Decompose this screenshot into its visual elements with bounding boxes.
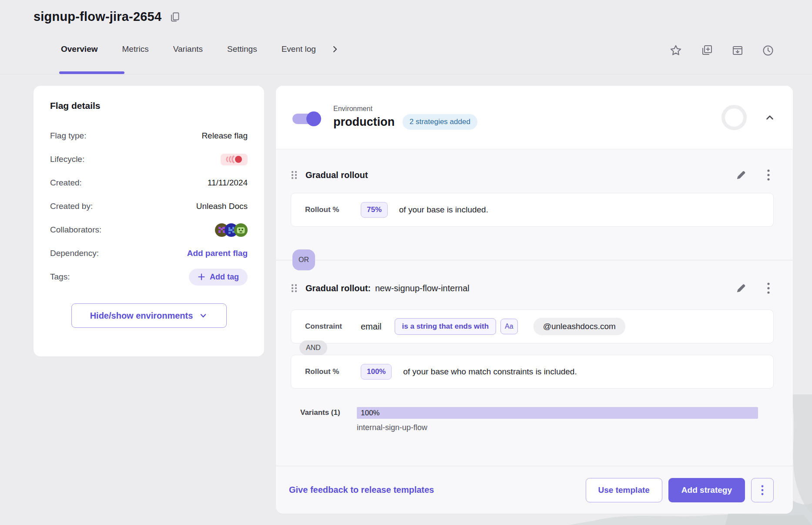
release-templates-feedback-link[interactable]: Give feedback to release templates (289, 485, 434, 495)
and-connector-chip: AND (299, 340, 327, 355)
strategy-separator: OR (291, 227, 774, 278)
created-row: Created: 11/11/2024 (50, 171, 248, 195)
dependency-label: Dependency: (50, 249, 99, 258)
rollout-percentage-chip: 100% (361, 364, 392, 380)
strategies-list: Gradual rollout Rollout % (276, 165, 793, 432)
tab-event-log[interactable]: Event log (269, 37, 328, 61)
active-tab-indicator (59, 71, 124, 74)
constraint-box: Constraint email is a string that ends w… (291, 310, 774, 343)
constraint-label: Constraint (305, 322, 361, 331)
kebab-menu-icon (761, 485, 764, 496)
strategy-1-title: Gradual rollout (305, 170, 368, 180)
history-button[interactable] (762, 44, 775, 57)
strategy-1-rollout-box: Rollout % 75% of your base is included. (291, 193, 774, 227)
metrics-ring (721, 105, 747, 130)
drag-handle-icon[interactable] (291, 283, 298, 293)
created-by-label: Created by: (50, 202, 93, 211)
variants-section: Variants (1) 100% internal-sign-up-flow (291, 407, 774, 432)
pencil-icon (735, 169, 747, 181)
variant-name: internal-sign-up-flow (357, 423, 758, 432)
strategy-2-rollout-box: Rollout % 100% of your base who match co… (291, 355, 774, 389)
footer-menu-button[interactable] (751, 478, 774, 502)
edit-strategy-2-button[interactable] (735, 283, 747, 294)
lifecycle-label: Lifecycle: (50, 155, 84, 164)
strategy-2-menu-button[interactable] (767, 282, 770, 295)
strategy-2-header: Gradual rollout: new-signup-flow-interna… (291, 278, 774, 298)
toggle-knob (306, 111, 321, 126)
edit-strategy-1-button[interactable] (735, 169, 747, 181)
archive-icon (731, 44, 744, 57)
star-icon (669, 44, 682, 57)
tab-overview[interactable]: Overview (49, 37, 110, 61)
tags-label: Tags: (50, 272, 70, 282)
flag-details-panel: Flag details Flag type: Release flag Lif… (34, 86, 264, 357)
drag-handle-icon[interactable] (291, 170, 298, 180)
collaborator-avatars (215, 223, 248, 237)
created-by-row: Created by: Unleash Docs (50, 195, 248, 218)
archive-button[interactable] (731, 44, 744, 57)
constraint-field: email (361, 322, 382, 332)
favorite-button[interactable] (669, 44, 682, 57)
add-strategy-button[interactable]: Add strategy (668, 478, 745, 502)
flag-overview-page: signup-flow-jira-2654 Overview Metrics V… (0, 0, 812, 525)
constraint-operator-chip: is a string that ends with (395, 318, 496, 335)
separator-line (276, 260, 793, 260)
created-label: Created: (50, 178, 82, 188)
rollout-percentage-chip: 75% (361, 202, 388, 218)
copy-icon (169, 11, 181, 23)
flag-type-row: Flag type: Release flag (50, 124, 248, 148)
hide-show-environments-label: Hide/show environments (90, 311, 193, 321)
use-template-button[interactable]: Use template (586, 478, 662, 502)
environment-label: Environment (333, 105, 477, 113)
tabs-overflow-button[interactable] (331, 45, 339, 54)
dependency-row: Dependency: Add parent flag (50, 242, 248, 265)
kebab-menu-icon (767, 282, 770, 295)
flag-details-rows: Flag type: Release flag Lifecycle: Creat… (50, 124, 248, 289)
strategy-1-menu-button[interactable] (767, 168, 770, 182)
avatar (234, 223, 248, 237)
tab-variants[interactable]: Variants (161, 37, 215, 61)
tags-row: Tags: Add tag (50, 265, 248, 289)
copy-name-button[interactable] (169, 11, 181, 23)
or-connector-chip: OR (292, 249, 315, 270)
environment-header: Environment production 2 strategies adde… (276, 86, 793, 149)
copy-plus-icon (700, 44, 714, 57)
environment-toggle[interactable] (292, 114, 320, 124)
tab-metrics[interactable]: Metrics (110, 37, 161, 61)
variant-percentage: 100% (357, 409, 379, 417)
add-tag-label: Add tag (210, 273, 239, 282)
rollout-label: Rollout % (305, 367, 361, 376)
copy-flag-button[interactable] (700, 44, 714, 57)
chevron-down-icon (199, 311, 208, 320)
collapse-environment-button[interactable] (764, 112, 775, 123)
flag-actions (669, 44, 775, 57)
tabs-divider (0, 74, 812, 74)
environment-footer: Give feedback to release templates Use t… (276, 466, 793, 514)
constraint-value-pill: @unleashdocs.com (534, 318, 625, 335)
strategy-2-name: new-signup-flow-internal (375, 283, 470, 293)
rollout-label: Rollout % (305, 205, 361, 214)
case-sensitive-chip: Aa (500, 319, 518, 334)
page-title: signup-flow-jira-2654 (34, 10, 161, 24)
pencil-icon (735, 283, 747, 294)
lifecycle-stage-badge[interactable] (221, 154, 248, 165)
completed-lifecycle-icon (224, 155, 244, 164)
collaborators-row: Collaborators: (50, 218, 248, 242)
flag-tabs: Overview Metrics Variants Settings Event… (49, 37, 339, 61)
strategies-count-badge: 2 strategies added (403, 114, 477, 130)
kebab-menu-icon (767, 168, 770, 182)
clock-icon (762, 44, 775, 57)
lifecycle-row: Lifecycle: (50, 148, 248, 171)
page-header: signup-flow-jira-2654 (34, 10, 181, 24)
add-parent-flag-link[interactable]: Add parent flag (187, 249, 248, 258)
chevron-up-icon (764, 112, 775, 123)
environment-name: production (333, 115, 395, 129)
created-by-value: Unleash Docs (196, 202, 248, 211)
chevron-right-icon (331, 45, 339, 54)
strategy-1-header: Gradual rollout (291, 165, 774, 185)
created-value: 11/11/2024 (208, 178, 248, 188)
hide-show-environments-button[interactable]: Hide/show environments (71, 303, 227, 328)
tab-settings[interactable]: Settings (215, 37, 269, 61)
strategy-2-title: Gradual rollout: (305, 283, 371, 293)
add-tag-button[interactable]: Add tag (189, 269, 248, 286)
